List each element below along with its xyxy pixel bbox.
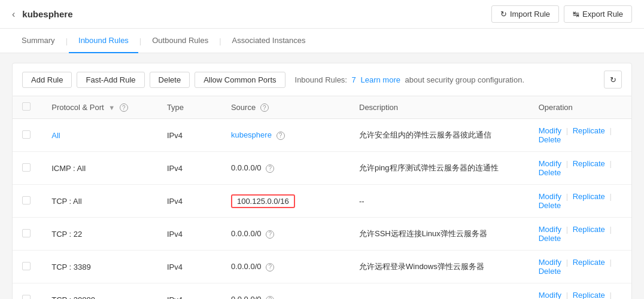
source-text-5: 0.0.0.0/0 — [231, 295, 262, 299]
protocol-text-2: TCP : All — [51, 197, 81, 206]
type-cell-3: IPv4 — [157, 218, 221, 251]
replicate-button-5[interactable]: Replicate — [573, 291, 605, 299]
description-cell-5: -- — [350, 283, 529, 300]
protocol-text-4: TCP : 3389 — [51, 263, 91, 271]
main-content: Add Rule Fast-Add Rule Delete Allow Comm… — [0, 53, 644, 299]
allow-common-ports-button[interactable]: Allow Common Ports — [195, 72, 285, 88]
type-header: Type — [157, 96, 221, 119]
source-row-help-4[interactable]: ? — [266, 263, 274, 271]
tab-inbound-rules[interactable]: Inbound Rules — [69, 29, 138, 53]
import-rule-button[interactable]: ↻ Import Rule — [491, 5, 559, 23]
replicate-button-1[interactable]: Replicate — [573, 159, 605, 168]
tab-associated-instances[interactable]: Associated Instances — [223, 29, 315, 53]
import-icon: ↻ — [500, 10, 507, 19]
toolbar-info: Inbound Rules: 7 Learn more about securi… — [295, 75, 525, 84]
row-checkbox-0[interactable] — [22, 130, 31, 139]
select-all-checkbox[interactable] — [22, 102, 31, 111]
delete-button-0[interactable]: Delete — [539, 135, 561, 144]
delete-button-3[interactable]: Delete — [539, 234, 561, 243]
replicate-button-3[interactable]: Replicate — [573, 225, 605, 234]
modify-button-1[interactable]: Modify — [539, 159, 561, 168]
source-help-icon[interactable]: ? — [260, 103, 269, 112]
type-cell-1: IPv4 — [157, 152, 221, 185]
description-cell-3: 允许SSH远程连接Linux弹性云服务器 — [350, 218, 529, 251]
fast-add-rule-button[interactable]: Fast-Add Rule — [77, 72, 144, 88]
source-text-4: 0.0.0.0/0 — [231, 262, 262, 271]
source-link-0[interactable]: kubesphere — [231, 130, 272, 139]
source-row-help-0[interactable]: ? — [277, 132, 285, 140]
refresh-icon: ↻ — [610, 75, 616, 84]
rules-table: Protocol & Port ▼ ? Type Source ? Descri… — [12, 96, 632, 299]
export-icon: ↹ — [573, 10, 579, 19]
type-cell-0: IPv4 — [157, 119, 221, 152]
toolbar: Add Rule Fast-Add Rule Delete Allow Comm… — [12, 63, 632, 96]
delete-button-4[interactable]: Delete — [539, 267, 561, 276]
source-text-1: 0.0.0.0/0 — [231, 163, 262, 172]
row-checkbox-2[interactable] — [22, 196, 31, 205]
type-cell-4: IPv4 — [157, 251, 221, 283]
delete-button[interactable]: Delete — [150, 72, 190, 88]
row-checkbox-5[interactable] — [22, 295, 31, 300]
source-text-3: 0.0.0.0/0 — [231, 229, 262, 238]
header-actions: ↻ Import Rule ↹ Export Rule — [491, 5, 632, 23]
modify-button-4[interactable]: Modify — [539, 258, 561, 267]
modify-button-0[interactable]: Modify — [539, 126, 561, 135]
learn-more-link[interactable]: Learn more — [360, 75, 400, 84]
protocol-text-5: TCP : 30880 — [51, 295, 95, 300]
table-row: TCP : 30880IPv40.0.0.0/0 ?-- Modify | Re… — [13, 283, 631, 300]
tab-summary[interactable]: Summary — [12, 29, 65, 53]
table-row: TCP : AllIPv4100.125.0.0/16-- Modify | R… — [13, 185, 631, 218]
type-cell-5: IPv4 — [157, 283, 221, 300]
description-cell-1: 允许ping程序测试弹性云服务器的连通性 — [350, 152, 529, 185]
protocol-header: Protocol & Port ▼ ? — [42, 96, 157, 119]
header: ‹ kubesphere ↻ Import Rule ↹ Export Rule — [0, 0, 644, 29]
refresh-button[interactable]: ↻ — [604, 71, 622, 89]
source-row-help-1[interactable]: ? — [266, 164, 274, 173]
description-header: Description — [350, 96, 529, 119]
row-checkbox-4[interactable] — [22, 262, 31, 270]
replicate-button-0[interactable]: Replicate — [573, 126, 605, 135]
description-cell-2: -- — [350, 185, 529, 218]
tab-bar: Summary | Inbound Rules | Outbound Rules… — [0, 29, 644, 53]
modify-button-5[interactable]: Modify — [539, 291, 561, 299]
description-cell-0: 允许安全组内的弹性云服务器彼此通信 — [350, 119, 529, 152]
rule-count: 7 — [352, 75, 356, 84]
description-cell-4: 允许远程登录Windows弹性云服务器 — [350, 251, 529, 283]
add-rule-button[interactable]: Add Rule — [22, 72, 72, 88]
modify-button-2[interactable]: Modify — [539, 192, 561, 201]
row-checkbox-1[interactable] — [22, 163, 31, 172]
table-row: AllIPv4kubesphere ?允许安全组内的弹性云服务器彼此通信 Mod… — [13, 119, 631, 152]
delete-button-2[interactable]: Delete — [539, 201, 561, 210]
table-row: TCP : 22IPv40.0.0.0/0 ?允许SSH远程连接Linux弹性云… — [13, 218, 631, 251]
export-rule-button[interactable]: ↹ Export Rule — [564, 5, 632, 23]
row-checkbox-3[interactable] — [22, 229, 31, 237]
replicate-button-2[interactable]: Replicate — [573, 192, 605, 201]
source-header: Source ? — [221, 96, 350, 119]
table-row: ICMP : AllIPv40.0.0.0/0 ?允许ping程序测试弹性云服务… — [13, 152, 631, 185]
page-title: kubesphere — [22, 9, 72, 19]
delete-button-1[interactable]: Delete — [539, 168, 561, 177]
table-row: TCP : 3389IPv40.0.0.0/0 ?允许远程登录Windows弹性… — [13, 251, 631, 283]
replicate-button-4[interactable]: Replicate — [573, 258, 605, 267]
protocol-text-1: ICMP : All — [51, 164, 86, 173]
source-row-help-5[interactable]: ? — [266, 296, 274, 299]
protocol-help-icon[interactable]: ? — [120, 103, 128, 112]
type-cell-2: IPv4 — [157, 185, 221, 218]
source-row-help-3[interactable]: ? — [266, 230, 274, 239]
filter-icon[interactable]: ▼ — [108, 104, 115, 111]
tab-outbound-rules[interactable]: Outbound Rules — [142, 29, 218, 53]
back-button[interactable]: ‹ — [12, 9, 15, 20]
protocol-link-0[interactable]: All — [51, 131, 60, 140]
protocol-text-3: TCP : 22 — [51, 230, 82, 239]
modify-button-3[interactable]: Modify — [539, 225, 561, 234]
select-all-header — [13, 96, 42, 119]
operation-header: Operation — [529, 96, 631, 119]
source-highlight-2: 100.125.0.0/16 — [231, 194, 295, 208]
